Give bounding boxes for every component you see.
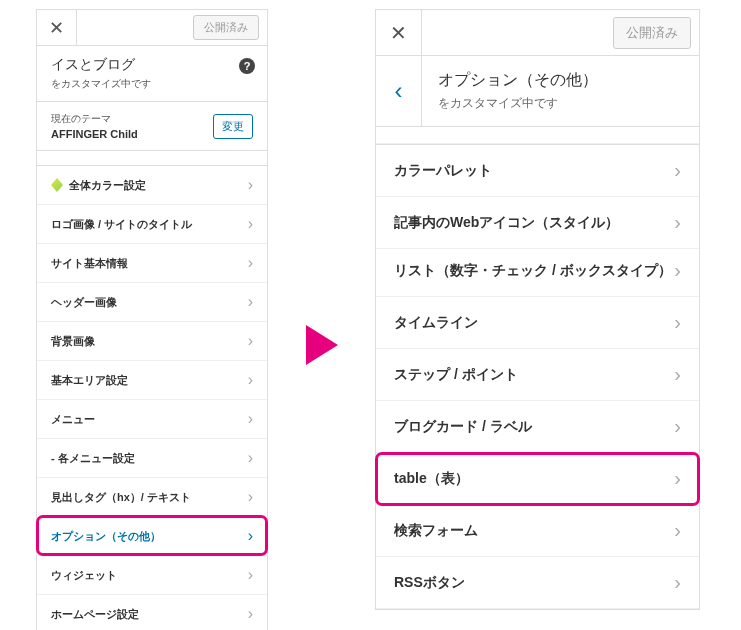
menu-item-text: メニュー: [51, 412, 95, 427]
menu-item-label: ロゴ画像 / サイトのタイトル: [51, 217, 192, 232]
menu-item-label: RSSボタン: [394, 574, 465, 592]
customizer-menu-list: 全体カラー設定›ロゴ画像 / サイトのタイトル›サイト基本情報›ヘッダー画像›背…: [37, 165, 267, 630]
menu-item-label: 全体カラー設定: [51, 178, 146, 193]
panel-header: ‹ オプション（その他） をカスタマイズ中です: [376, 56, 699, 127]
menu-item-text: - 各メニュー設定: [51, 451, 135, 466]
menu-item-label: ブログカード / ラベル: [394, 418, 532, 436]
menu-item[interactable]: 基本エリア設定›: [37, 360, 267, 399]
menu-item-text: ホームページ設定: [51, 607, 139, 622]
menu-item[interactable]: 記事内のWebアイコン（スタイル）›: [376, 197, 699, 249]
customizer-panel-main: ✕ 公開済み イスとブログ をカスタマイズ中です ? 現在のテーマ AFFING…: [36, 9, 268, 630]
close-button[interactable]: ✕: [37, 10, 77, 45]
theme-info: 現在のテーマ AFFINGER Child: [51, 112, 138, 140]
chevron-right-icon: ›: [674, 363, 681, 386]
menu-item-text: 基本エリア設定: [51, 373, 128, 388]
menu-item-label: タイムライン: [394, 314, 478, 332]
chevron-right-icon: ›: [674, 211, 681, 234]
chevron-right-icon: ›: [248, 605, 253, 623]
menu-item[interactable]: 見出しタグ（hx）/ テキスト›: [37, 477, 267, 516]
menu-item-label: 記事内のWebアイコン（スタイル）: [394, 214, 619, 232]
menu-item[interactable]: ブログカード / ラベル›: [376, 401, 699, 453]
site-title: イスとブログ: [51, 56, 253, 74]
menu-item-label: ウィジェット: [51, 568, 117, 583]
customizer-panel-options: ✕ 公開済み ‹ オプション（その他） をカスタマイズ中です カラーパレット›記…: [375, 9, 700, 610]
menu-item-text: 見出しタグ（hx）/ テキスト: [51, 490, 191, 505]
menu-item[interactable]: ホームページ設定›: [37, 594, 267, 630]
menu-item-label: メニュー: [51, 412, 95, 427]
menu-item[interactable]: RSSボタン›: [376, 557, 699, 609]
menu-item[interactable]: サイト基本情報›: [37, 243, 267, 282]
menu-item-text: オプション（その他）: [51, 529, 161, 544]
chevron-right-icon: ›: [674, 519, 681, 542]
site-header: イスとブログ をカスタマイズ中です ?: [37, 46, 267, 102]
menu-item-label: table（表）: [394, 470, 469, 488]
theme-name: AFFINGER Child: [51, 128, 138, 140]
back-button[interactable]: ‹: [376, 56, 422, 126]
chevron-right-icon: ›: [248, 371, 253, 389]
publish-button[interactable]: 公開済み: [193, 15, 259, 40]
chevron-right-icon: ›: [248, 332, 253, 350]
menu-item[interactable]: 検索フォーム›: [376, 505, 699, 557]
chevron-right-icon: ›: [248, 176, 253, 194]
menu-item-text: 全体カラー設定: [69, 178, 146, 193]
menu-item-label: 基本エリア設定: [51, 373, 128, 388]
chevron-right-icon: ›: [674, 159, 681, 182]
menu-item[interactable]: ヘッダー画像›: [37, 282, 267, 321]
chevron-right-icon: ›: [248, 566, 253, 584]
arrow-indicator-icon: [306, 325, 338, 365]
menu-item[interactable]: 全体カラー設定›: [37, 165, 267, 204]
chevron-right-icon: ›: [674, 311, 681, 334]
menu-item[interactable]: ステップ / ポイント›: [376, 349, 699, 401]
menu-item[interactable]: メニュー›: [37, 399, 267, 438]
close-icon: ✕: [49, 17, 64, 39]
panel-subtitle: をカスタマイズ中です: [438, 95, 683, 112]
menu-item[interactable]: table（表）›: [376, 453, 699, 505]
theme-row: 現在のテーマ AFFINGER Child 変更: [37, 102, 267, 151]
menu-item-label: リスト（数字・チェック / ボックスタイプ）: [394, 260, 672, 281]
menu-item-label: ホームページ設定: [51, 607, 139, 622]
menu-item[interactable]: リスト（数字・チェック / ボックスタイプ）›: [376, 249, 699, 297]
menu-item-text: ロゴ画像 / サイトのタイトル: [51, 217, 192, 232]
menu-item[interactable]: オプション（その他）›: [37, 516, 267, 555]
menu-item[interactable]: ウィジェット›: [37, 555, 267, 594]
topbar: ✕ 公開済み: [37, 10, 267, 46]
chevron-right-icon: ›: [248, 215, 253, 233]
close-button[interactable]: ✕: [376, 10, 422, 55]
panel-title: オプション（その他）: [438, 70, 683, 91]
chevron-right-icon: ›: [248, 488, 253, 506]
menu-item-label: ヘッダー画像: [51, 295, 117, 310]
chevron-right-icon: ›: [674, 259, 681, 282]
topbar: ✕ 公開済み: [376, 10, 699, 56]
menu-item-text: ヘッダー画像: [51, 295, 117, 310]
menu-item-label: - 各メニュー設定: [51, 451, 135, 466]
menu-item-label: 背景画像: [51, 334, 95, 349]
options-menu-list: カラーパレット›記事内のWebアイコン（スタイル）›リスト（数字・チェック / …: [376, 143, 699, 609]
publish-button[interactable]: 公開済み: [613, 17, 691, 49]
menu-item-label: 検索フォーム: [394, 522, 478, 540]
theme-label: 現在のテーマ: [51, 112, 138, 126]
menu-item-text: ウィジェット: [51, 568, 117, 583]
menu-item[interactable]: カラーパレット›: [376, 144, 699, 197]
menu-item-text: 背景画像: [51, 334, 95, 349]
help-icon[interactable]: ?: [239, 58, 255, 74]
panel-title-wrap: オプション（その他） をカスタマイズ中です: [422, 56, 699, 126]
menu-item[interactable]: ロゴ画像 / サイトのタイトル›: [37, 204, 267, 243]
chevron-right-icon: ›: [248, 254, 253, 272]
change-theme-button[interactable]: 変更: [213, 114, 253, 139]
chevron-right-icon: ›: [248, 410, 253, 428]
customize-subtitle: をカスタマイズ中です: [51, 77, 253, 91]
chevron-right-icon: ›: [248, 293, 253, 311]
menu-item[interactable]: 背景画像›: [37, 321, 267, 360]
affinger-icon: [51, 178, 63, 192]
chevron-right-icon: ›: [674, 415, 681, 438]
menu-item-text: サイト基本情報: [51, 256, 128, 271]
menu-item-label: オプション（その他）: [51, 529, 161, 544]
menu-item-label: カラーパレット: [394, 162, 492, 180]
chevron-right-icon: ›: [248, 449, 253, 467]
menu-item-label: ステップ / ポイント: [394, 366, 518, 384]
chevron-left-icon: ‹: [395, 77, 403, 105]
menu-item[interactable]: タイムライン›: [376, 297, 699, 349]
menu-item-label: 見出しタグ（hx）/ テキスト: [51, 490, 191, 505]
menu-item-label: サイト基本情報: [51, 256, 128, 271]
menu-item[interactable]: - 各メニュー設定›: [37, 438, 267, 477]
